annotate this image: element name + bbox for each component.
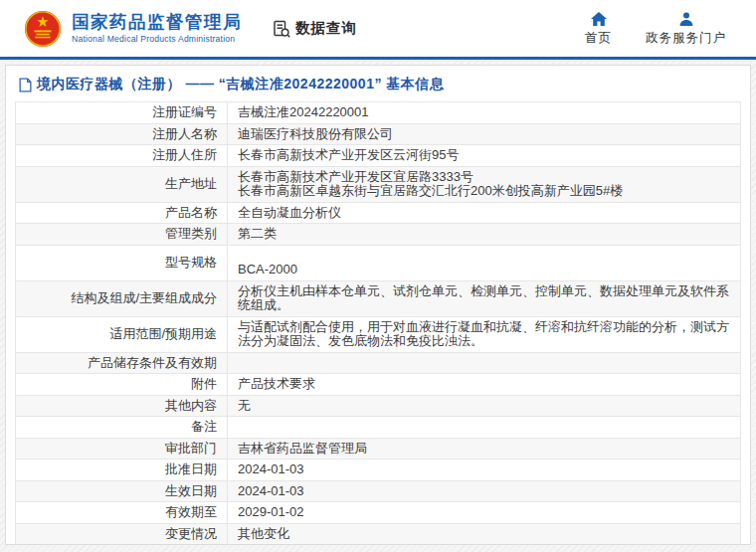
info-table-body: 注册证编号吉械注准20242220001注册人名称迪瑞医疗科技股份有限公司注册人… bbox=[16, 102, 741, 546]
row-value: 2024-01-03 bbox=[228, 460, 741, 481]
table-row: 型号规格 BCA-2000 bbox=[16, 245, 741, 280]
row-label: 适用范围/预期用途 bbox=[16, 316, 228, 352]
table-row: 注册证编号吉械注准20242220001 bbox=[16, 102, 741, 124]
row-value: 吉械注准20242220001 bbox=[228, 102, 741, 124]
table-row: 其他内容无 bbox=[16, 395, 741, 417]
user-icon bbox=[679, 11, 693, 26]
row-value: 长春市高新技术产业开发区云河街95号 bbox=[228, 145, 741, 167]
row-label: 有效期至 bbox=[16, 502, 228, 524]
nav-portal-label: 政务服务门户 bbox=[646, 30, 726, 47]
table-row: 生效日期2024-01-03 bbox=[16, 480, 741, 502]
page-background: 境内医疗器械（注册） —— “吉械注准20242220001” 基本信息 注册证… bbox=[0, 60, 756, 552]
document-icon bbox=[19, 78, 32, 92]
row-value: 2029-01-02 bbox=[228, 502, 741, 524]
row-label: 批准日期 bbox=[16, 460, 228, 481]
info-table: 注册证编号吉械注准20242220001注册人名称迪瑞医疗科技股份有限公司注册人… bbox=[15, 101, 741, 545]
row-label: 注 bbox=[16, 545, 228, 546]
row-label: 其他内容 bbox=[16, 395, 228, 417]
nav-portal[interactable]: 政务服务门户 bbox=[646, 11, 726, 47]
row-value: 长春市高新技术产业开发区宜居路3333号 长春市高新区卓越东街与宜居路交汇北行2… bbox=[228, 166, 741, 202]
org-name: 国家药品监督管理局 bbox=[72, 13, 242, 32]
table-row: 注详情 bbox=[16, 545, 741, 546]
table-row: 产品储存条件及有效期 bbox=[16, 352, 741, 374]
nav-data-query[interactable]: 数据查询 bbox=[272, 19, 357, 39]
table-row: 批准日期2024-01-03 bbox=[16, 460, 741, 481]
table-row: 附件产品技术要求 bbox=[16, 374, 741, 396]
row-value: 无 bbox=[228, 395, 741, 417]
row-value: 详情 bbox=[228, 545, 741, 546]
table-row: 适用范围/预期用途与适配试剂配合使用，用于对血液进行凝血和抗凝、纤溶和抗纤溶功能… bbox=[16, 316, 741, 352]
table-row: 生产地址长春市高新技术产业开发区宜居路3333号 长春市高新区卓越东街与宜居路交… bbox=[16, 166, 741, 202]
row-label: 注册证编号 bbox=[16, 102, 228, 124]
table-row: 结构及组成/主要组成成分分析仪主机由样本仓单元、试剂仓单元、检测单元、控制单元、… bbox=[16, 280, 741, 316]
row-label: 生产地址 bbox=[16, 166, 228, 202]
data-query-icon bbox=[272, 19, 291, 39]
row-label: 备注 bbox=[16, 417, 228, 439]
row-label: 产品名称 bbox=[16, 202, 228, 224]
content-panel: 境内医疗器械（注册） —— “吉械注准20242220001” 基本信息 注册证… bbox=[5, 65, 751, 545]
table-row: 审批部门吉林省药品监督管理局 bbox=[16, 438, 741, 460]
org-name-en: National Medical Products Administration bbox=[72, 35, 242, 44]
national-emblem-icon bbox=[24, 10, 62, 48]
row-label: 管理类别 bbox=[16, 224, 228, 246]
row-value bbox=[228, 352, 741, 374]
row-label: 附件 bbox=[16, 374, 228, 396]
nav-home[interactable]: 首页 bbox=[585, 11, 612, 47]
row-label: 产品储存条件及有效期 bbox=[16, 352, 228, 374]
row-value: 吉林省药品监督管理局 bbox=[228, 438, 741, 460]
row-label: 注册人住所 bbox=[16, 145, 228, 167]
row-label: 审批部门 bbox=[16, 438, 228, 460]
row-label: 结构及组成/主要组成成分 bbox=[16, 280, 228, 316]
row-value: 其他变化 bbox=[228, 523, 741, 545]
row-value: 2024-01-03 bbox=[228, 480, 741, 502]
page-title: 境内医疗器械（注册） —— “吉械注准20242220001” 基本信息 bbox=[37, 76, 444, 93]
row-value: 全自动凝血分析仪 bbox=[228, 202, 741, 224]
site-logo[interactable]: 国家药品监督管理局 National Medical Products Admi… bbox=[24, 10, 242, 48]
row-value bbox=[228, 417, 741, 439]
info-table-wrap: 注册证编号吉械注准20242220001注册人名称迪瑞医疗科技股份有限公司注册人… bbox=[15, 101, 741, 545]
table-row: 变更情况其他变化 bbox=[16, 523, 741, 545]
row-value: 分析仪主机由样本仓单元、试剂仓单元、检测单元、控制单元、数据处理单元及软件系统组… bbox=[228, 280, 741, 316]
table-row: 有效期至2029-01-02 bbox=[16, 502, 741, 524]
row-label: 型号规格 bbox=[16, 245, 228, 280]
row-value: 与适配试剂配合使用，用于对血液进行凝血和抗凝、纤溶和抗纤溶功能的分析，测试方法分… bbox=[228, 316, 741, 352]
row-value: BCA-2000 bbox=[228, 245, 741, 280]
site-header: 国家药品监督管理局 National Medical Products Admi… bbox=[0, 0, 756, 57]
page-title-bar: 境内医疗器械（注册） —— “吉械注准20242220001” 基本信息 bbox=[6, 66, 750, 100]
table-row: 注册人住所长春市高新技术产业开发区云河街95号 bbox=[16, 145, 741, 167]
row-value: 产品技术要求 bbox=[228, 374, 741, 396]
row-label: 变更情况 bbox=[16, 523, 228, 545]
table-row: 备注 bbox=[16, 417, 741, 439]
nav-home-label: 首页 bbox=[585, 30, 612, 47]
home-icon bbox=[591, 11, 607, 26]
data-query-label: 数据查询 bbox=[295, 19, 357, 38]
row-label: 生效日期 bbox=[16, 480, 228, 502]
top-navigation: 首页 政务服务门户 bbox=[585, 11, 738, 47]
table-row: 注册人名称迪瑞医疗科技股份有限公司 bbox=[16, 123, 741, 145]
row-value: 第二类 bbox=[228, 224, 741, 246]
row-value: 迪瑞医疗科技股份有限公司 bbox=[228, 123, 741, 145]
table-row: 产品名称全自动凝血分析仪 bbox=[16, 202, 741, 224]
row-label: 注册人名称 bbox=[16, 123, 228, 145]
table-row: 管理类别第二类 bbox=[16, 224, 741, 246]
